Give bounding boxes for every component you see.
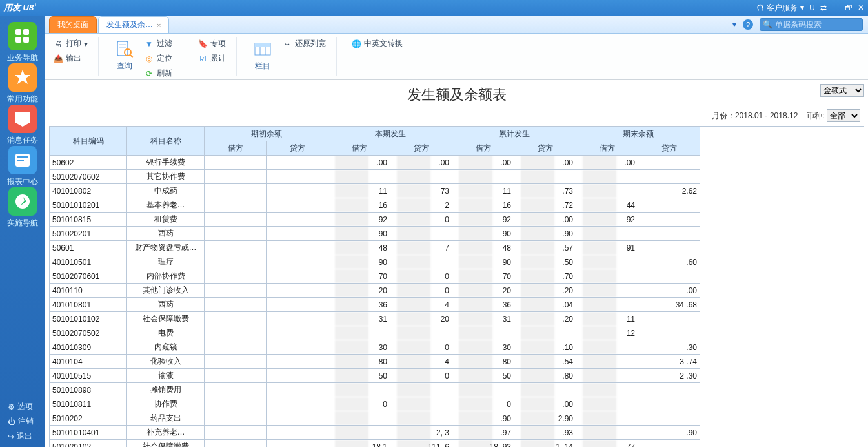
locate-button[interactable]: ◎定位 — [143, 52, 174, 65]
columns-icon — [252, 39, 273, 59]
options-link[interactable]: ⚙选项 — [8, 401, 45, 412]
special-button[interactable]: 🔖专项 — [196, 37, 227, 50]
table-row[interactable]: 50602银行手续费.00.00.00.00.00 — [50, 156, 700, 170]
reset-width-button[interactable]: ↔还原列宽 — [281, 37, 327, 50]
tab-bar: 我的桌面 发生额及余… × ▾ ? 🔍 — [45, 16, 868, 34]
svg-rect-7 — [17, 160, 24, 161]
sum-button[interactable]: ☑累计 — [196, 52, 227, 65]
table-row[interactable]: 50101010201基本养老…16216.7244 — [50, 198, 700, 213]
headset-icon — [756, 4, 764, 12]
filter-button[interactable]: ▼过滤 — [143, 37, 174, 50]
report-title: 发生额及余额表 — [45, 85, 868, 105]
table-row[interactable]: 401010801西药36436.0434 .68 — [50, 298, 700, 312]
col-group-ending[interactable]: 期末余额 — [576, 127, 700, 141]
currency-select-wrap: 币种: 全部 — [807, 109, 860, 122]
col-name[interactable]: 科目名称 — [127, 127, 205, 156]
refresh-button[interactable]: ⟳刷新 — [143, 67, 174, 79]
col-group-accum[interactable]: 累计发生 — [452, 127, 576, 141]
nav-label: 报表中心 — [7, 176, 38, 187]
table-row[interactable]: 501020102社会保障缴费18 1111, 618 .931 .1477 — [50, 440, 700, 448]
nav-icon — [8, 63, 37, 92]
table-row[interactable]: 501010815租赁费92092.0092 — [50, 213, 700, 227]
left-sidebar: 业务导航常用功能消息任务报表中心实施导航 ⚙选项 ⏻注销 ↪退出 — [0, 16, 45, 447]
tab-home[interactable]: 我的桌面 — [49, 16, 97, 33]
table-row[interactable]: 50601财产物资盘亏或…48748.5791 — [50, 241, 700, 255]
barcode-search[interactable]: 🔍 — [760, 18, 863, 31]
col-group-current[interactable]: 本期发生 — [328, 127, 452, 141]
printer-icon: 🖨 — [53, 39, 63, 49]
tag-icon: 🔖 — [197, 39, 208, 49]
balance-table: 科目编码 科目名称 期初余额 本期发生 累计发生 期末余额 借方贷方 借方贷方 … — [49, 127, 700, 447]
tab-menu-caret[interactable]: ▾ — [732, 20, 736, 29]
table-row[interactable]: 401010501理疗9090.50.60 — [50, 255, 700, 269]
window-restore-icon[interactable]: 🗗 — [845, 3, 853, 12]
window-titlebar: 用友 U8+ 客户服务 ▾ U ⇄ — 🗗 ✕ — [0, 0, 868, 16]
theme-switch-icon[interactable]: ⇄ — [820, 3, 827, 12]
table-row[interactable]: 401010515输液50050.802 .30 — [50, 369, 700, 383]
window-close-icon[interactable]: ✕ — [858, 3, 864, 12]
table-row[interactable]: 501010898摊销费用 — [50, 383, 700, 397]
col-group-opening[interactable]: 期初余额 — [205, 127, 328, 141]
power-icon: ⏻ — [8, 417, 15, 426]
language-switch-button[interactable]: 🌐中英文转换 — [350, 37, 404, 50]
table-row[interactable]: 501020201西药9090.90 — [50, 227, 700, 241]
tab-balance-report[interactable]: 发生额及余… × — [98, 16, 169, 33]
svg-rect-3 — [23, 37, 29, 43]
nav-icon — [8, 22, 37, 50]
table-row[interactable]: 501010811协作费00.00 — [50, 397, 700, 411]
customer-service-link[interactable]: 客户服务 ▾ — [756, 3, 804, 14]
svg-marker-4 — [15, 70, 30, 84]
table-row[interactable]: 50102070602其它协作费 — [50, 170, 700, 184]
query-button[interactable]: 查询 — [112, 37, 137, 73]
table-row[interactable]: 4010104化验收入80480.543 .74 — [50, 355, 700, 369]
table-row[interactable]: 50101010401补充养老…2, 3.97.93.90 — [50, 426, 700, 440]
magnifier-doc-icon — [114, 39, 135, 59]
table-row[interactable]: 4010110其他门诊收入20020.20.00 — [50, 284, 700, 298]
currency-select[interactable]: 全部 — [827, 109, 860, 122]
exit-link[interactable]: ↪退出 — [8, 431, 45, 442]
target-icon: ◎ — [144, 54, 154, 64]
refresh-icon: ⟳ — [144, 68, 154, 79]
nav-icon — [8, 146, 37, 174]
output-button[interactable]: 📤输出 — [52, 52, 89, 65]
exit-icon: ↪ — [8, 432, 14, 441]
print-button[interactable]: 🖨打印 ▾ — [52, 37, 89, 50]
col-code[interactable]: 科目编码 — [50, 127, 127, 156]
barcode-search-input[interactable] — [775, 20, 868, 29]
sidebar-item-4[interactable]: 实施导航 — [7, 187, 38, 229]
svg-rect-6 — [17, 156, 28, 158]
u-icon[interactable]: U — [809, 3, 815, 12]
nav-label: 常用功能 — [7, 94, 38, 105]
close-icon[interactable]: × — [157, 21, 161, 29]
app-brand: 用友 U8+ — [4, 2, 37, 14]
svg-rect-0 — [15, 29, 21, 35]
svg-line-13 — [130, 55, 133, 57]
table-row[interactable]: 50102070601内部协作费70070.70 — [50, 269, 700, 284]
sidebar-item-2[interactable]: 消息任务 — [7, 105, 38, 146]
column-button[interactable]: 栏目 — [250, 37, 276, 73]
amount-format-select[interactable]: 金额式 — [820, 84, 864, 97]
ribbon-toolbar: 🖨打印 ▾ 📤输出 查询 ▼过滤 ◎定位 ⟳刷新 🔖专项 ☑累计 — [45, 34, 868, 80]
sidebar-item-1[interactable]: 常用功能 — [7, 63, 38, 105]
window-minimize-icon[interactable]: — — [832, 3, 840, 12]
sidebar-item-3[interactable]: 报表中心 — [7, 146, 38, 187]
nav-icon — [8, 187, 37, 216]
table-row[interactable]: 50101010102社会保障缴费312031.2011 — [50, 312, 700, 326]
table-row[interactable]: 5010202药品支出.902.90 — [50, 411, 700, 426]
nav-label: 实施导航 — [7, 218, 38, 229]
svg-rect-2 — [15, 37, 21, 43]
check-icon: ☑ — [197, 54, 208, 64]
svg-point-8 — [15, 194, 30, 209]
logout-link[interactable]: ⏻注销 — [8, 416, 45, 427]
help-icon[interactable]: ? — [743, 19, 753, 30]
table-row[interactable]: 50102070502电费12 — [50, 326, 700, 340]
sidebar-bottom-links: ⚙选项 ⏻注销 ↪退出 — [0, 401, 45, 442]
nav-icon — [8, 105, 37, 133]
table-row[interactable]: 401010309内窥镜30030.10.30 — [50, 340, 700, 355]
width-icon: ↔ — [282, 39, 292, 49]
svg-rect-9 — [117, 41, 128, 56]
table-row[interactable]: 401010802中成药117311.732.62 — [50, 184, 700, 198]
sidebar-item-0[interactable]: 业务导航 — [7, 22, 38, 63]
export-icon: 📤 — [53, 54, 63, 64]
funnel-icon: ▼ — [144, 39, 154, 49]
